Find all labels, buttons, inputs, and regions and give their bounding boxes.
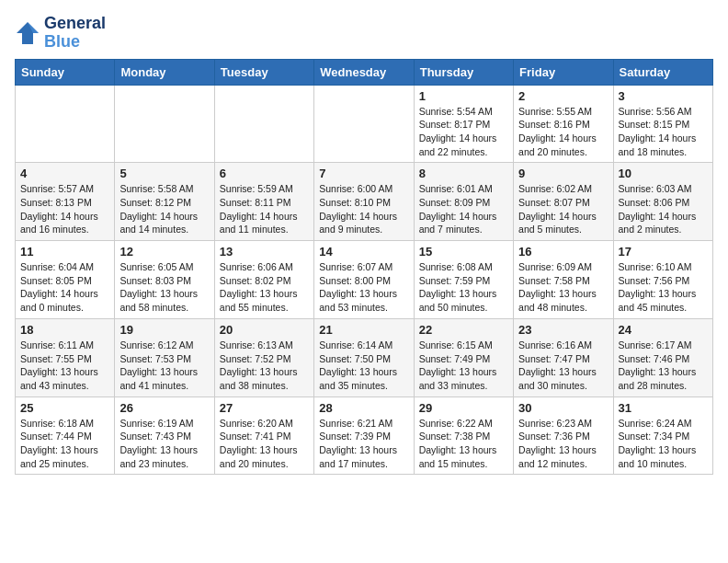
day-info: Sunrise: 6:05 AMSunset: 8:03 PMDaylight:… xyxy=(119,260,209,315)
day-number: 4 xyxy=(20,167,109,180)
calendar-day-cell xyxy=(115,85,214,163)
day-info: Sunrise: 5:55 AMSunset: 8:16 PMDaylight:… xyxy=(518,105,608,159)
calendar-day-cell: 18Sunrise: 6:11 AMSunset: 7:55 PMDayligh… xyxy=(16,318,115,396)
calendar-header-cell: Friday xyxy=(514,59,613,85)
day-number: 20 xyxy=(220,323,309,337)
calendar-day-cell: 25Sunrise: 6:18 AMSunset: 7:44 PMDayligh… xyxy=(16,396,115,475)
calendar-day-cell: 19Sunrise: 6:12 AMSunset: 7:53 PMDayligh… xyxy=(115,318,214,396)
day-info: Sunrise: 6:15 AMSunset: 7:49 PMDaylight:… xyxy=(419,339,508,393)
day-info: Sunrise: 5:54 AMSunset: 8:17 PMDaylight:… xyxy=(419,105,508,159)
calendar-day-cell: 21Sunrise: 6:14 AMSunset: 7:50 PMDayligh… xyxy=(314,318,414,396)
logo: General Blue xyxy=(15,15,106,52)
day-number: 9 xyxy=(518,167,608,180)
day-info: Sunrise: 6:07 AMSunset: 8:00 PMDaylight:… xyxy=(319,260,408,315)
calendar-day-cell: 24Sunrise: 6:17 AMSunset: 7:46 PMDayligh… xyxy=(613,318,712,396)
calendar-day-cell: 15Sunrise: 6:08 AMSunset: 7:59 PMDayligh… xyxy=(414,241,513,319)
day-number: 15 xyxy=(419,245,508,259)
day-number: 29 xyxy=(419,401,508,415)
day-number: 16 xyxy=(518,245,608,259)
day-info: Sunrise: 5:59 AMSunset: 8:11 PMDaylight:… xyxy=(220,182,309,236)
day-number: 22 xyxy=(419,323,508,337)
calendar-header-row: SundayMondayTuesdayWednesdayThursdayFrid… xyxy=(16,59,713,85)
calendar-day-cell: 4Sunrise: 5:57 AMSunset: 8:13 PMDaylight… xyxy=(16,163,115,241)
day-number: 12 xyxy=(119,245,209,259)
calendar-day-cell: 6Sunrise: 5:59 AMSunset: 8:11 PMDaylight… xyxy=(214,163,313,241)
calendar-day-cell: 23Sunrise: 6:16 AMSunset: 7:47 PMDayligh… xyxy=(514,318,613,396)
day-number: 13 xyxy=(220,245,309,259)
day-info: Sunrise: 6:03 AMSunset: 8:06 PMDaylight:… xyxy=(619,182,708,236)
day-info: Sunrise: 6:14 AMSunset: 7:50 PMDaylight:… xyxy=(319,339,408,393)
day-number: 25 xyxy=(20,401,109,415)
day-info: Sunrise: 6:18 AMSunset: 7:44 PMDaylight:… xyxy=(20,417,109,471)
day-info: Sunrise: 6:02 AMSunset: 8:07 PMDaylight:… xyxy=(518,182,608,236)
calendar-day-cell: 9Sunrise: 6:02 AMSunset: 8:07 PMDaylight… xyxy=(514,163,613,241)
calendar-day-cell: 12Sunrise: 6:05 AMSunset: 8:03 PMDayligh… xyxy=(115,241,214,319)
day-number: 2 xyxy=(518,89,608,103)
day-number: 17 xyxy=(619,245,708,259)
calendar-day-cell: 17Sunrise: 6:10 AMSunset: 7:56 PMDayligh… xyxy=(613,241,712,319)
calendar-day-cell: 16Sunrise: 6:09 AMSunset: 7:58 PMDayligh… xyxy=(514,241,613,319)
day-number: 8 xyxy=(419,167,508,180)
day-info: Sunrise: 6:00 AMSunset: 8:10 PMDaylight:… xyxy=(319,182,408,236)
day-info: Sunrise: 5:58 AMSunset: 8:12 PMDaylight:… xyxy=(119,182,209,236)
day-number: 6 xyxy=(220,167,309,180)
calendar-header-cell: Sunday xyxy=(16,59,115,85)
calendar-header-cell: Monday xyxy=(115,59,214,85)
day-info: Sunrise: 6:24 AMSunset: 7:34 PMDaylight:… xyxy=(619,417,708,471)
calendar-day-cell: 13Sunrise: 6:06 AMSunset: 8:02 PMDayligh… xyxy=(214,241,313,319)
day-info: Sunrise: 6:09 AMSunset: 7:58 PMDaylight:… xyxy=(518,260,608,315)
calendar-week-row: 1Sunrise: 5:54 AMSunset: 8:17 PMDaylight… xyxy=(16,85,713,163)
day-info: Sunrise: 6:20 AMSunset: 7:41 PMDaylight:… xyxy=(220,417,309,471)
calendar-day-cell: 10Sunrise: 6:03 AMSunset: 8:06 PMDayligh… xyxy=(613,163,712,241)
day-number: 14 xyxy=(319,245,408,259)
day-info: Sunrise: 6:13 AMSunset: 7:52 PMDaylight:… xyxy=(220,339,309,393)
calendar-day-cell: 3Sunrise: 5:56 AMSunset: 8:15 PMDaylight… xyxy=(613,85,712,163)
page-header: General Blue xyxy=(15,15,713,52)
calendar-day-cell: 27Sunrise: 6:20 AMSunset: 7:41 PMDayligh… xyxy=(214,396,313,475)
calendar-week-row: 18Sunrise: 6:11 AMSunset: 7:55 PMDayligh… xyxy=(16,318,713,396)
day-number: 30 xyxy=(518,401,608,415)
day-info: Sunrise: 6:22 AMSunset: 7:38 PMDaylight:… xyxy=(419,417,508,471)
calendar-day-cell xyxy=(314,85,414,163)
day-info: Sunrise: 6:12 AMSunset: 7:53 PMDaylight:… xyxy=(119,339,209,393)
day-number: 27 xyxy=(220,401,309,415)
day-info: Sunrise: 6:17 AMSunset: 7:46 PMDaylight:… xyxy=(619,339,708,393)
logo-text: General Blue xyxy=(44,15,106,52)
calendar-day-cell: 5Sunrise: 5:58 AMSunset: 8:12 PMDaylight… xyxy=(115,163,214,241)
calendar-day-cell: 31Sunrise: 6:24 AMSunset: 7:34 PMDayligh… xyxy=(613,396,712,475)
calendar-body: 1Sunrise: 5:54 AMSunset: 8:17 PMDaylight… xyxy=(16,85,713,475)
day-info: Sunrise: 6:01 AMSunset: 8:09 PMDaylight:… xyxy=(419,182,508,236)
logo-icon xyxy=(15,20,40,46)
calendar-day-cell: 11Sunrise: 6:04 AMSunset: 8:05 PMDayligh… xyxy=(16,241,115,319)
day-number: 31 xyxy=(619,401,708,415)
day-number: 3 xyxy=(619,89,708,103)
calendar-day-cell: 28Sunrise: 6:21 AMSunset: 7:39 PMDayligh… xyxy=(314,396,414,475)
day-info: Sunrise: 6:19 AMSunset: 7:43 PMDaylight:… xyxy=(119,417,209,471)
calendar-week-row: 11Sunrise: 6:04 AMSunset: 8:05 PMDayligh… xyxy=(16,241,713,319)
calendar-week-row: 4Sunrise: 5:57 AMSunset: 8:13 PMDaylight… xyxy=(16,163,713,241)
calendar-day-cell: 30Sunrise: 6:23 AMSunset: 7:36 PMDayligh… xyxy=(514,396,613,475)
day-info: Sunrise: 6:10 AMSunset: 7:56 PMDaylight:… xyxy=(619,260,708,315)
calendar-week-row: 25Sunrise: 6:18 AMSunset: 7:44 PMDayligh… xyxy=(16,396,713,475)
calendar-day-cell: 22Sunrise: 6:15 AMSunset: 7:49 PMDayligh… xyxy=(414,318,513,396)
day-number: 23 xyxy=(518,323,608,337)
calendar-day-cell: 7Sunrise: 6:00 AMSunset: 8:10 PMDaylight… xyxy=(314,163,414,241)
day-number: 21 xyxy=(319,323,408,337)
day-info: Sunrise: 6:08 AMSunset: 7:59 PMDaylight:… xyxy=(419,260,508,315)
calendar-day-cell: 26Sunrise: 6:19 AMSunset: 7:43 PMDayligh… xyxy=(115,396,214,475)
day-number: 19 xyxy=(119,323,209,337)
day-info: Sunrise: 5:56 AMSunset: 8:15 PMDaylight:… xyxy=(619,105,708,159)
calendar-day-cell: 1Sunrise: 5:54 AMSunset: 8:17 PMDaylight… xyxy=(414,85,513,163)
calendar-day-cell xyxy=(16,85,115,163)
day-info: Sunrise: 6:21 AMSunset: 7:39 PMDaylight:… xyxy=(319,417,408,471)
day-number: 10 xyxy=(619,167,708,180)
calendar-header-cell: Tuesday xyxy=(214,59,313,85)
day-info: Sunrise: 6:06 AMSunset: 8:02 PMDaylight:… xyxy=(220,260,309,315)
day-info: Sunrise: 6:23 AMSunset: 7:36 PMDaylight:… xyxy=(518,417,608,471)
calendar-day-cell: 2Sunrise: 5:55 AMSunset: 8:16 PMDaylight… xyxy=(514,85,613,163)
day-number: 24 xyxy=(619,323,708,337)
day-number: 28 xyxy=(319,401,408,415)
calendar-day-cell: 8Sunrise: 6:01 AMSunset: 8:09 PMDaylight… xyxy=(414,163,513,241)
day-number: 7 xyxy=(319,167,408,180)
day-info: Sunrise: 6:04 AMSunset: 8:05 PMDaylight:… xyxy=(20,260,109,315)
